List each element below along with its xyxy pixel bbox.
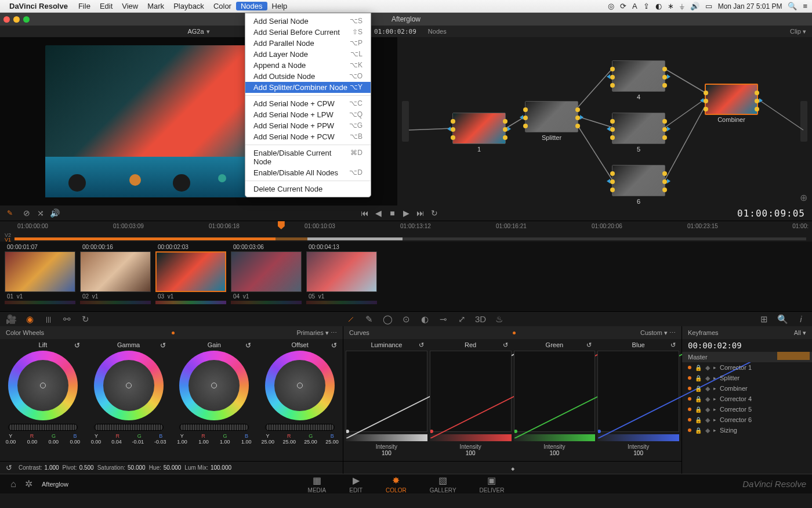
dropbox-icon[interactable]: ⇪	[643, 2, 650, 10]
page-color[interactable]: ✸COLOR	[386, 475, 407, 493]
eyedropper-icon[interactable]: ✎	[7, 209, 13, 217]
minimize-button[interactable]	[13, 16, 20, 23]
lummix-field[interactable]: Lum Mix: 100.000	[184, 464, 231, 471]
sync-icon[interactable]: ⟳	[620, 2, 626, 10]
stop-button[interactable]: ■	[386, 208, 400, 218]
page-media[interactable]: ▦MEDIA	[308, 475, 327, 493]
notifications-icon[interactable]: ≡	[803, 2, 807, 10]
clip-thumbnail[interactable]: 00:00:01:0701 v1	[5, 244, 75, 311]
volume-icon[interactable]: 🔊	[690, 2, 699, 10]
grid-icon[interactable]: ⊞	[759, 314, 769, 325]
primaries-mode[interactable]: Primaries ▾ ⋯	[296, 329, 337, 337]
saturation-field[interactable]: Saturation: 50.000	[97, 464, 146, 471]
clip-mode-selector[interactable]: Clip ▾	[790, 28, 806, 35]
menu-item[interactable]: Add Serial Node + CPW⌥C	[245, 98, 371, 109]
transport-timecode[interactable]: 01:00:09:05	[737, 208, 805, 219]
play-reverse-button[interactable]: ◀	[372, 208, 386, 218]
app-menu[interactable]: DaVinci Resolve	[9, 2, 68, 10]
menu-item[interactable]: Enable/Disable All Nodes⌥D	[245, 167, 371, 178]
node-6[interactable]: 6	[612, 165, 665, 196]
keyframe-segment[interactable]	[777, 352, 810, 360]
menu-item[interactable]: Enable/Disable Current Node⌘D	[245, 147, 371, 167]
reset-icon[interactable]: ↺	[160, 341, 166, 350]
playhead[interactable]	[278, 221, 285, 229]
node-1[interactable]: 1	[452, 113, 506, 144]
eye-icon[interactable]: ◐	[655, 2, 662, 10]
home-icon[interactable]: ⌂	[6, 479, 21, 489]
expand-icon[interactable]: ⊕	[800, 192, 807, 203]
menu-mark[interactable]: Mark	[143, 2, 169, 10]
keyframe-item[interactable]: 🔒◆▸Sizing	[682, 425, 812, 435]
menu-item[interactable]: Add Outside Node⌥O	[245, 71, 371, 82]
camera-raw-icon[interactable]: 🎥	[6, 314, 16, 325]
shuffle-icon[interactable]: ⤨	[34, 208, 48, 218]
menu-file[interactable]: File	[74, 2, 95, 10]
menu-item[interactable]: Add Serial Node + LPW⌥Q	[245, 109, 371, 120]
keyframe-item[interactable]: 🔒◆▸Corrector 1	[682, 362, 812, 373]
spotlight-icon[interactable]: 🔍	[788, 2, 797, 10]
loop-button[interactable]: ↻	[427, 208, 441, 218]
menu-nodes[interactable]: Nodes	[236, 2, 267, 10]
hue-field[interactable]: Hue: 50.000	[149, 464, 182, 471]
bluetooth-icon[interactable]: ∗	[668, 2, 674, 10]
bypass-icon[interactable]: ⊘	[20, 208, 34, 218]
clip-name[interactable]: AG2a	[187, 28, 204, 35]
text-icon[interactable]: A	[632, 2, 637, 10]
clip-thumbnail[interactable]: 00:00:03:0604 v1	[231, 244, 302, 311]
reset-icon[interactable]: ↺	[245, 341, 251, 350]
menubar-clock[interactable]: Mon Jan 27 5:01 PM	[718, 2, 782, 10]
page-gallery[interactable]: ▧GALLERY	[430, 475, 456, 493]
clip-thumbnail[interactable]: 00:00:00:1602 v1	[80, 244, 151, 311]
color-wheel[interactable]	[179, 351, 249, 420]
curve-editor[interactable]	[346, 351, 427, 432]
keyframe-item[interactable]: 🔒◆▸Combiner	[682, 383, 812, 394]
close-button[interactable]	[3, 16, 10, 23]
menu-color[interactable]: Color	[209, 2, 236, 10]
keyframe-item[interactable]: 🔒◆▸Corrector 6	[682, 415, 812, 425]
color-wheel[interactable]	[265, 351, 335, 420]
menu-item[interactable]: Add Splitter/Combiner Node⌥Y	[245, 82, 371, 93]
menu-item[interactable]: Add Serial Node + PCW⌥B	[245, 131, 371, 142]
key-icon[interactable]: ⊸	[438, 314, 448, 325]
timeline-ruler[interactable]: 01:00:00:0001:00:03:0901:00:06:1801:00:1…	[0, 221, 812, 233]
node-editor[interactable]: 1Splitter456Combiner ⊕	[397, 37, 812, 206]
blur-icon[interactable]: ◐	[419, 314, 430, 325]
menu-help[interactable]: Help	[267, 2, 292, 10]
page-edit[interactable]: ▶EDIT	[349, 475, 362, 493]
curves-mode[interactable]: Custom ▾ ⋯	[640, 329, 676, 337]
search-icon[interactable]: 🔍▾	[777, 314, 788, 325]
reset-icon[interactable]: ↺	[74, 341, 80, 350]
info-icon[interactable]: i	[796, 314, 806, 325]
audio-icon[interactable]: 🔊	[48, 208, 61, 218]
menu-playback[interactable]: Playback	[169, 2, 209, 10]
wifi-icon[interactable]: ⏚	[680, 2, 684, 10]
contrast-field[interactable]: Contrast: 1.000	[19, 464, 59, 471]
clip-thumbnail[interactable]: 00:00:04:1305 v1	[306, 244, 377, 311]
settings-icon[interactable]: ✲	[21, 478, 36, 489]
battery-icon[interactable]: ▭	[705, 2, 712, 10]
jog-wheel[interactable]	[179, 424, 249, 431]
reset-adjustments-icon[interactable]: ↺	[6, 463, 15, 472]
rgife-mixer-icon[interactable]: ⚯	[61, 314, 72, 325]
mini-tracks[interactable]: V2 V1	[0, 233, 812, 242]
reset-icon[interactable]: ↺	[503, 341, 508, 349]
play-button[interactable]: ▶	[400, 208, 414, 218]
3d-icon[interactable]: 3D	[475, 314, 485, 325]
color-wheel[interactable]	[8, 351, 78, 420]
pivot-field[interactable]: Pivot: 0.500	[63, 464, 94, 471]
primaries-bars-icon[interactable]: ⫼	[43, 314, 53, 325]
menu-edit[interactable]: Edit	[95, 2, 117, 10]
menu-item[interactable]: Add Serial Node + PPW⌥G	[245, 120, 371, 131]
qualifier-icon[interactable]: ✎	[364, 314, 374, 325]
jog-wheel[interactable]	[8, 424, 78, 431]
keyframe-item[interactable]: 🔒◆▸Splitter	[682, 373, 812, 383]
motion-effects-icon[interactable]: ↻	[80, 314, 90, 325]
menu-item[interactable]: Add Parallel Node⌥P	[245, 38, 371, 49]
menu-item[interactable]: Delete Current Node	[245, 183, 371, 194]
keyframe-item[interactable]: 🔒◆▸Corrector 4	[682, 394, 812, 404]
keyframe-item[interactable]: 🔒◆▸Corrector 5	[682, 404, 812, 415]
node-combiner[interactable]: Combiner	[705, 84, 758, 115]
color-wheel[interactable]	[94, 351, 164, 420]
node-splitter[interactable]: Splitter	[525, 101, 578, 132]
menu-item[interactable]: Add Serial Node⌥S	[245, 16, 371, 27]
